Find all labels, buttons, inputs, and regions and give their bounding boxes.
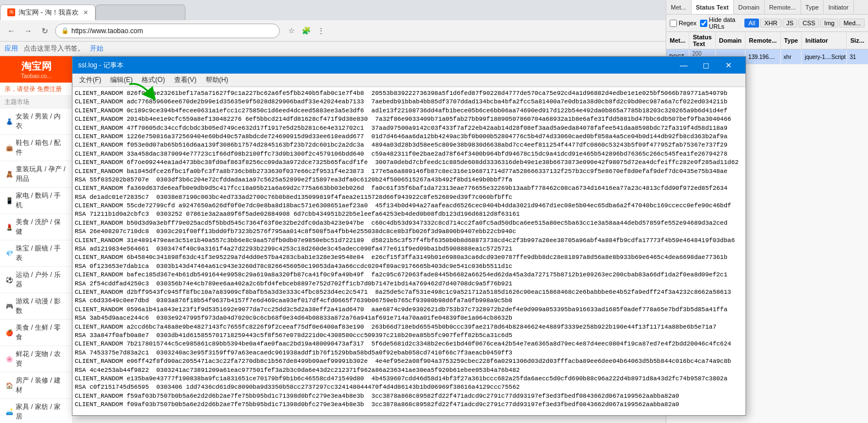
regex-label[interactable]: Regex bbox=[670, 20, 697, 27]
sidebar-cat-label-8: 美食 / 生鲜 / 零食 bbox=[16, 323, 67, 342]
filter-js[interactable]: JS bbox=[783, 19, 798, 28]
sidebar-item-jewelry[interactable]: 💎 珠宝 / 眼镜 / 手表 bbox=[0, 240, 72, 267]
tab-close-button[interactable]: ✕ bbox=[83, 9, 88, 16]
close-button[interactable]: ✕ bbox=[717, 57, 740, 74]
col-remote[interactable]: Remote... bbox=[746, 32, 781, 49]
devtool-tab-met[interactable]: Met... bbox=[666, 0, 692, 14]
col-size[interactable]: Siz... bbox=[847, 32, 868, 49]
sidebar-item-furniture[interactable]: 🛋️ 家具 / 家纺 / 家居 bbox=[0, 399, 72, 423]
sidebar-cat-label-2: 童装玩具 / 孕产 / 用品 bbox=[16, 165, 67, 184]
col-domain[interactable]: Domain bbox=[715, 32, 745, 49]
menu-edit[interactable]: 编辑(E) bbox=[106, 74, 137, 86]
taobao-logo: 淘宝网 bbox=[4, 60, 68, 73]
sidebar-cat-label-1: 鞋包 / 箱包 / 配件 bbox=[16, 138, 67, 157]
sidebar-item-games[interactable]: 🎮 游戏 / 动漫 / 影数 bbox=[0, 293, 72, 320]
food-icon: 🍎 bbox=[6, 329, 13, 336]
devtool-tab-status[interactable]: Status Text bbox=[692, 0, 734, 14]
taobao-logo-area: 淘宝网 Taobao.co... bbox=[0, 56, 72, 83]
bookmark-import: 点击这里导入书签。 bbox=[24, 44, 84, 53]
url-text: https://www.taobao.com bbox=[71, 27, 143, 35]
titlebar-controls: — ◻ ✕ bbox=[672, 57, 740, 74]
bookmark-apps[interactable]: 应用 bbox=[4, 44, 18, 53]
bookmark-star-icon[interactable]: ☆ bbox=[285, 25, 298, 37]
ssl-lock-icon: 🔒 bbox=[61, 27, 69, 34]
forward-button[interactable]: → bbox=[21, 24, 35, 38]
cell-type: xhr bbox=[780, 49, 802, 65]
more-menu-icon[interactable]: ⋮ bbox=[315, 25, 327, 37]
furniture-icon: 🛋️ bbox=[6, 408, 13, 416]
col-status[interactable]: Status Text bbox=[689, 32, 716, 49]
bookmark-start[interactable]: 开始 bbox=[90, 44, 103, 53]
sidebar-item-kids[interactable]: 🧸 童装玩具 / 孕产 / 用品 bbox=[0, 161, 72, 188]
menu-file[interactable]: 文件(F) bbox=[75, 74, 106, 86]
sidebar-cat-label-0: 女装 / 男装 / 内衣 bbox=[16, 112, 67, 131]
sidebar-cat-label-5: 珠宝 / 眼镜 / 手表 bbox=[16, 244, 67, 263]
toolbar-actions: ☆ 🧩 ⋮ bbox=[285, 25, 327, 37]
filter-med[interactable]: Med... bbox=[839, 19, 865, 28]
notepad-window: ssl.log - 记事本 — ◻ ✕ 文件(F) 编辑(E) 格式(O) 查看… bbox=[72, 56, 746, 416]
sidebar-cat-label-10: 房产 / 装修 / 建材 bbox=[16, 376, 67, 395]
sidebar-item-realestate[interactable]: 🏠 房产 / 装修 / 建材 bbox=[0, 372, 72, 399]
notepad-title: ssl.log - 记事本 bbox=[78, 61, 124, 70]
cell-size: 31 bbox=[847, 49, 868, 65]
sidebar-cat-label-6: 运动 / 户外 / 乐器 bbox=[16, 270, 67, 289]
sidebar-item-electronics[interactable]: 📱 家电 / 数码 / 手机 bbox=[0, 188, 72, 214]
address-box[interactable]: 🔒 https://www.taobao.com bbox=[55, 24, 280, 38]
sidebar-cat-label-9: 鲜花 / 宠物 / 农资 bbox=[16, 349, 67, 369]
extensions-icon[interactable]: 🧩 bbox=[300, 25, 312, 37]
tab-label: 淘宝网 - 淘！我喜欢 bbox=[19, 8, 79, 17]
menu-help[interactable]: 帮助(H) bbox=[201, 74, 233, 86]
back-button[interactable]: ← bbox=[4, 24, 18, 38]
devtool-tab-type[interactable]: Type bbox=[801, 0, 824, 14]
refresh-button[interactable]: ↻ bbox=[38, 24, 52, 38]
taobao-register[interactable]: 亲，请登录 免费注册 bbox=[0, 83, 72, 96]
sidebar-item-food[interactable]: 🍎 美食 / 生鲜 / 零食 bbox=[0, 320, 72, 346]
sidebar-cat-label-4: 美食 / 洗护 / 保健 bbox=[16, 217, 67, 236]
fashion-icon: 👗 bbox=[6, 118, 13, 125]
beauty-icon: 💄 bbox=[6, 224, 13, 231]
filter-css[interactable]: CSS bbox=[798, 19, 819, 28]
menu-format[interactable]: 格式(O) bbox=[137, 74, 169, 86]
devtool-tab-remote[interactable]: Remote... bbox=[765, 0, 801, 14]
notepad-titlebar: ssl.log - 记事本 — ◻ ✕ bbox=[72, 57, 746, 74]
jewelry-icon: 💎 bbox=[6, 250, 13, 257]
electronics-icon: 📱 bbox=[6, 197, 13, 204]
tab-taobao[interactable]: 淘 淘宝网 - 淘！我喜欢 ✕ bbox=[0, 4, 96, 20]
regex-checkbox[interactable] bbox=[670, 20, 677, 27]
taobao-logo-sub: Taobao.co... bbox=[4, 73, 68, 79]
realestate-icon: 🏠 bbox=[6, 382, 13, 389]
kids-icon: 🧸 bbox=[6, 171, 13, 178]
cell-remote: 139.196.... bbox=[746, 49, 781, 65]
sidebar-item-bags[interactable]: 👜 鞋包 / 箱包 / 配件 bbox=[0, 135, 72, 161]
sidebar-item-fashion[interactable]: 👗 女装 / 男装 / 内衣 bbox=[0, 108, 72, 135]
games-icon: 🎮 bbox=[6, 303, 13, 310]
sidebar-cat-label-11: 家具 / 家纺 / 家居 bbox=[16, 402, 67, 421]
sidebar-cat-label-3: 家电 / 数码 / 手机 bbox=[16, 191, 67, 210]
devtools-toolbar: Regex Hide data URLs All XHR JS CSS Img … bbox=[666, 15, 868, 32]
notepad-menubar: 文件(F) 编辑(E) 格式(O) 查看(V) 帮助(H) bbox=[72, 74, 746, 87]
taobao-favicon: 淘 bbox=[7, 8, 15, 16]
hide-data-urls-checkbox[interactable] bbox=[700, 20, 707, 27]
maximize-button[interactable]: ◻ bbox=[695, 57, 717, 74]
cell-initiator: jquery-1....Script bbox=[802, 49, 847, 65]
filter-img[interactable]: Img bbox=[820, 19, 838, 28]
sports-icon: ⚽ bbox=[6, 276, 13, 284]
menu-view[interactable]: 查看(V) bbox=[170, 74, 201, 86]
col-method[interactable]: Met... bbox=[666, 32, 689, 49]
col-initiator[interactable]: Initiator bbox=[802, 32, 847, 49]
filter-xhr[interactable]: XHR bbox=[760, 19, 781, 28]
tab-new[interactable] bbox=[96, 4, 185, 20]
notepad-content[interactable]: CLIENT_RANDOM 826f0ecae23261bef17a5a7162… bbox=[72, 87, 746, 415]
hide-data-urls-label[interactable]: Hide data URLs bbox=[700, 16, 741, 30]
sidebar-item-beauty[interactable]: 💄 美食 / 洗护 / 保健 bbox=[0, 214, 72, 240]
devtool-tab-initiator[interactable]: Initiator bbox=[824, 0, 853, 14]
minimize-button[interactable]: — bbox=[672, 57, 695, 74]
sidebar-item-sports[interactable]: ⚽ 运动 / 户外 / 乐器 bbox=[0, 267, 72, 293]
sidebar-header: 主题市场 bbox=[0, 96, 72, 108]
sidebar-cat-label-7: 游戏 / 动漫 / 影数 bbox=[16, 297, 67, 316]
devtool-tab-domain[interactable]: Domain bbox=[734, 0, 765, 14]
sidebar-item-flowers[interactable]: 🌸 鲜花 / 宠物 / 农资 bbox=[0, 346, 72, 372]
filter-all[interactable]: All bbox=[744, 19, 759, 28]
col-type[interactable]: Type bbox=[780, 32, 802, 49]
bags-icon: 👜 bbox=[6, 144, 13, 152]
